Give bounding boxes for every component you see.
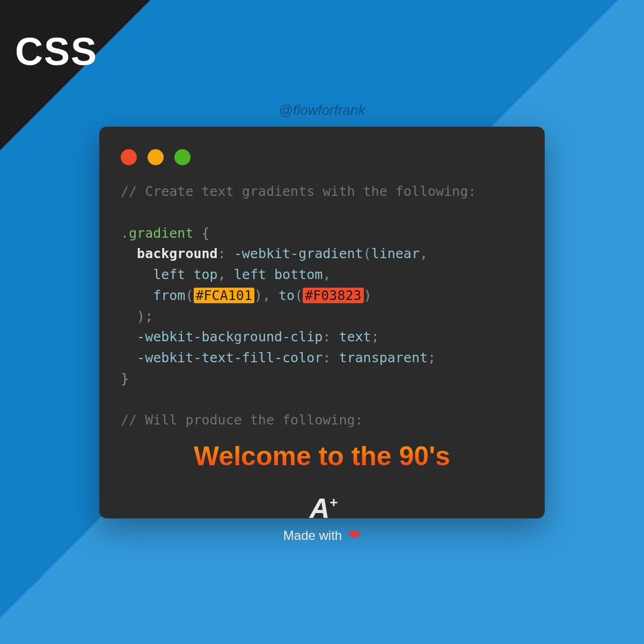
- code-window: // Create text gradients with the follow…: [99, 127, 545, 518]
- footer-logo: A+: [310, 494, 335, 522]
- gradient-demo-text: Welcome to the 90's: [121, 441, 523, 472]
- code-selector: gradient: [129, 225, 193, 241]
- author-handle: @flowforfrank: [0, 102, 644, 119]
- color-swatch-to: #F03823: [303, 288, 363, 303]
- logo-letter: A: [310, 494, 327, 522]
- color-swatch-from: #FCA101: [194, 288, 254, 303]
- code-fn: to: [279, 288, 295, 303]
- card-canvas: CSS @flowforfrank // Create text gradien…: [0, 0, 644, 644]
- code-comment: // Will produce the following:: [121, 412, 363, 428]
- minimize-icon[interactable]: [148, 149, 164, 165]
- code-comment: // Create text gradients with the follow…: [121, 184, 476, 199]
- plus-icon: +: [330, 495, 334, 509]
- code-arg: bottom: [274, 267, 323, 282]
- code-prop: -webkit-text-fill-color: [137, 350, 323, 365]
- made-with-label: Made with ❤: [283, 526, 361, 544]
- code-arg: linear: [371, 246, 420, 261]
- code-value: transparent: [339, 350, 428, 365]
- card-footer: A+ Made with ❤: [121, 494, 523, 544]
- code-prop: -webkit-background-clip: [137, 329, 323, 345]
- close-icon[interactable]: [121, 149, 137, 165]
- code-fn: -webkit-gradient: [234, 246, 363, 261]
- code-arg: left: [234, 267, 266, 282]
- code-prop: background: [137, 246, 218, 261]
- code-arg: left: [153, 267, 185, 282]
- code-block: // Create text gradients with the follow…: [121, 181, 523, 431]
- code-fn: from: [153, 288, 185, 303]
- made-with-text: Made with: [283, 528, 342, 543]
- zoom-icon[interactable]: [174, 149, 191, 165]
- corner-badge-label: CSS: [15, 30, 98, 74]
- window-controls: [121, 149, 523, 165]
- heart-icon: ❤: [348, 526, 361, 544]
- code-value: text: [339, 329, 371, 345]
- code-arg: top: [194, 267, 218, 282]
